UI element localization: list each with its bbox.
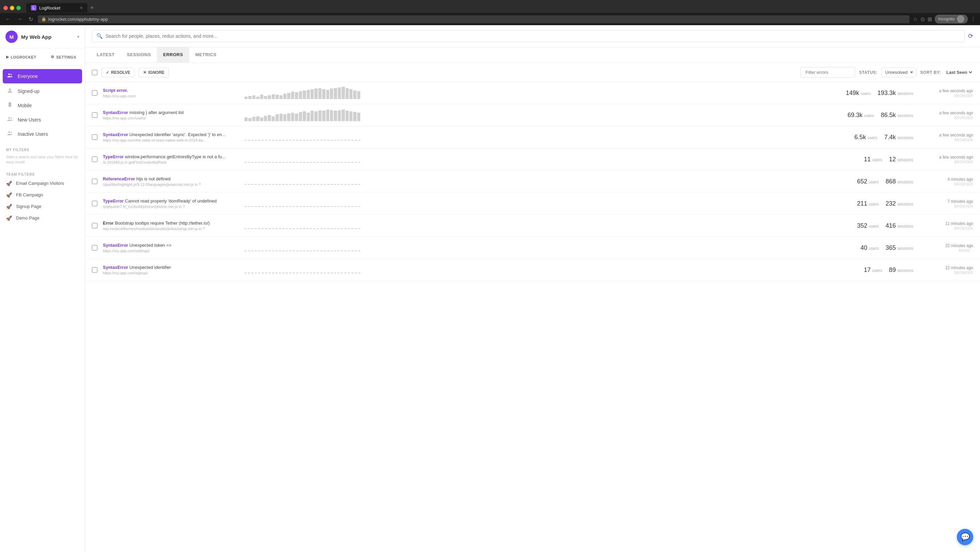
sidebar-item-inactive-users[interactable]: Inactive Users — [0, 127, 85, 141]
error-time-5: 7 minutes ago — [919, 199, 973, 204]
error-info-8: SyntaxError Unexpected identifier https:… — [103, 265, 239, 275]
sidebar-item-new-users[interactable]: New Users — [0, 113, 85, 127]
profile-btn[interactable]: ⊙ — [920, 16, 925, 22]
row-checkbox-5[interactable] — [92, 201, 97, 206]
close-window-btn[interactable] — [3, 6, 8, 10]
error-meta-5: 7 minutes ago BROWSER — [919, 199, 973, 208]
back-btn[interactable]: ← — [4, 14, 12, 24]
select-all-checkbox[interactable] — [92, 70, 97, 75]
chart-bar — [283, 94, 286, 99]
row-checkbox-7[interactable] — [92, 245, 97, 251]
new-tab-btn[interactable]: + — [90, 5, 94, 11]
error-info-2: SyntaxError Unexpected identifier 'async… — [103, 132, 239, 142]
error-time-8: 22 minutes ago — [919, 265, 973, 270]
users-num-5: 211 — [857, 200, 867, 207]
sort-select[interactable]: Last Seen First Seen Users — [945, 70, 973, 75]
sessions-label-4: sessions — [897, 180, 913, 184]
forward-btn[interactable]: → — [16, 14, 24, 24]
chart-bar — [256, 116, 259, 121]
logrocket-nav-btn[interactable]: ▶ LOGROCKET — [0, 52, 43, 62]
tab-latest[interactable]: LATEST — [91, 47, 121, 63]
app-name: My Web App — [21, 34, 74, 40]
error-meta-2: a few seconds ago BROWSER — [919, 133, 973, 142]
play-icon: ▶ — [6, 55, 9, 59]
chat-btn[interactable]: 💬 — [957, 529, 973, 545]
error-time-3: a few seconds ago — [919, 155, 973, 160]
active-tab[interactable]: L LogRocket × — [26, 3, 88, 13]
tab-favicon: L — [31, 5, 37, 11]
table-row[interactable]: SyntaxError Unexpected identifier https:… — [85, 259, 980, 281]
chart-bar — [322, 89, 325, 99]
table-row[interactable]: ReferenceError hljs is not defined /ajax… — [85, 170, 980, 193]
sidebar-item-demo-page[interactable]: 🚀 Demo Page — [0, 213, 85, 224]
chart-bar — [264, 96, 267, 99]
sidebar-item-mobile[interactable]: Mobile — [0, 98, 85, 113]
sidebar-item-signed-up[interactable]: Signed-up — [0, 84, 85, 98]
error-list: Script error. https://my-app.com/ 149k u… — [85, 82, 980, 281]
filter-errors-input[interactable] — [800, 67, 855, 78]
minimize-window-btn[interactable] — [10, 6, 14, 10]
users-num-4: 652 — [857, 178, 867, 185]
row-checkbox-3[interactable] — [92, 157, 97, 162]
table-row[interactable]: Error Bootstrap tooltips require Tether … — [85, 215, 980, 237]
sidebar-item-everyone[interactable]: Everyone — [3, 69, 82, 83]
search-input[interactable] — [105, 33, 960, 39]
chart-bar — [353, 90, 356, 99]
tab-errors[interactable]: ERRORS — [157, 47, 189, 63]
sidebar-item-new-users-label: New Users — [18, 117, 41, 122]
row-checkbox-8[interactable] — [92, 267, 97, 273]
table-row[interactable]: SyntaxError Unexpected token => https://… — [85, 237, 980, 259]
row-checkbox-0[interactable] — [92, 90, 97, 96]
incognito-avatar — [957, 15, 964, 23]
settings-nav-btn[interactable]: ⚙ SETTINGS — [43, 52, 85, 62]
error-url-3: /e-201940.js in getFirstContentfulPaint — [103, 160, 239, 164]
row-checkbox-1[interactable] — [92, 112, 97, 118]
error-meta-6: 11 minutes ago BROWSER — [919, 221, 973, 230]
table-row[interactable]: TypeError Cannot read property 'domReady… — [85, 193, 980, 215]
tab-close-btn[interactable]: × — [80, 5, 83, 11]
status-select[interactable]: Unresolved Resolved Ignored — [881, 67, 916, 77]
error-chart-7 — [245, 242, 360, 254]
users-num-7: 40 — [861, 244, 867, 251]
table-row[interactable]: TypeError window.performance.getEntriesB… — [85, 148, 980, 170]
refresh-btn[interactable]: ⟳ — [968, 32, 973, 40]
error-stats-7: 40 users 365 sessions — [366, 244, 913, 252]
users-label-6: users — [869, 224, 878, 229]
table-row[interactable]: Script error. https://my-app.com/ 149k u… — [85, 82, 980, 104]
maximize-window-btn[interactable] — [16, 6, 21, 10]
reload-btn[interactable]: ↻ — [27, 14, 34, 24]
error-time-7: 22 minutes ago — [919, 243, 973, 248]
table-row[interactable]: SyntaxError missing ) after argument lis… — [85, 104, 980, 126]
search-input-wrapper[interactable]: 🔍 — [92, 30, 965, 42]
sidebar-item-email-campaign[interactable]: 🚀 Email Campaign Visitors — [0, 178, 85, 189]
bookmark-btn[interactable]: ☆ — [913, 16, 918, 22]
chart-bar — [353, 112, 356, 121]
error-title-8: SyntaxError Unexpected identifier — [103, 265, 239, 270]
app-selector[interactable]: M My Web App ▾ — [0, 25, 85, 49]
error-url-7: https://my-app.com/settings/ — [103, 249, 239, 253]
row-checkbox-4[interactable] — [92, 179, 97, 184]
chat-icon: 💬 — [961, 533, 970, 541]
ignore-btn[interactable]: ✕ IGNORE — [138, 68, 169, 77]
menu-btn[interactable]: ⋮ — [970, 16, 976, 22]
chart-bar — [268, 115, 271, 121]
row-checkbox-2[interactable] — [92, 135, 97, 140]
error-stats-3: 11 users 12 sessions — [366, 156, 913, 163]
chart-bar — [303, 90, 306, 99]
sessions-stat-3: 12 sessions — [889, 156, 913, 163]
table-row[interactable]: SyntaxError Unexpected identifier 'async… — [85, 126, 980, 148]
address-bar[interactable]: 🔒 logrocket.com/apphub/my-app — [38, 15, 910, 23]
error-chart-4 — [245, 175, 360, 187]
chart-bar — [322, 111, 325, 121]
row-checkbox-6[interactable] — [92, 223, 97, 228]
chart-bar — [345, 88, 349, 99]
my-filters-section: MY FILTERS Start a search and save your … — [0, 144, 85, 168]
chart-bar — [260, 95, 263, 99]
resolve-btn[interactable]: ✓ RESOLVE — [102, 68, 135, 77]
tab-sessions[interactable]: SESSIONS — [121, 47, 157, 63]
new-users-icon — [6, 116, 14, 124]
tab-metrics[interactable]: METRICS — [189, 47, 223, 63]
sidebar-item-signup-page[interactable]: 🚀 Signup Page — [0, 201, 85, 213]
extensions-btn[interactable]: ⊞ — [928, 16, 932, 22]
sidebar-item-fb-campaign[interactable]: 🚀 FB Campaign — [0, 189, 85, 201]
